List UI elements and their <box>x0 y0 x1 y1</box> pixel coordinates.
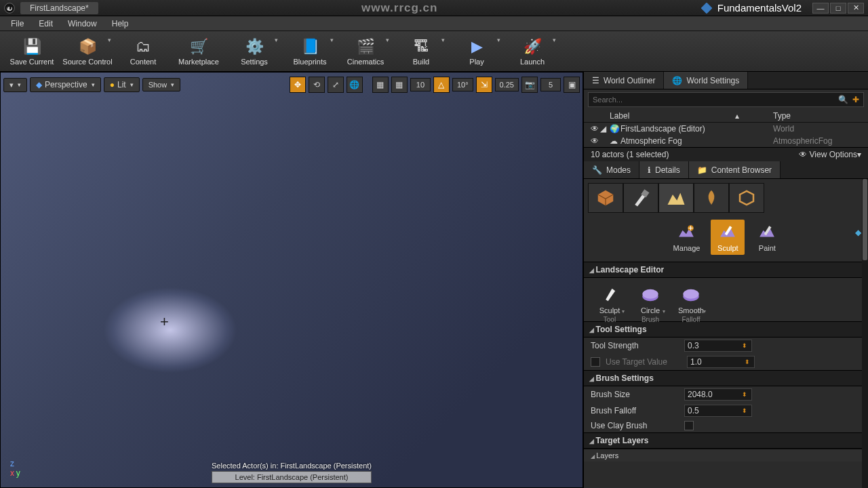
coord-space-button[interactable]: 🌐 <box>347 77 363 93</box>
unreal-logo-icon <box>4 3 15 14</box>
camera-speed-button[interactable]: 📷 <box>521 77 538 93</box>
use-target-label: Use Target Value <box>606 357 682 367</box>
world-icon: 🌍 <box>610 124 620 134</box>
brush-size-input[interactable]: 2048.0⬍ <box>684 388 752 401</box>
source-control-button[interactable]: 📦Source Control▾ <box>61 33 114 70</box>
tool-strength-input[interactable]: 0.3⬍ <box>684 340 752 352</box>
camera-speed-value[interactable]: 5 <box>540 78 561 92</box>
show-button[interactable]: Show <box>142 78 181 92</box>
gear-icon: ⚙️ <box>244 37 264 56</box>
viewport-maximize-button[interactable]: ▣ <box>564 77 580 93</box>
visibility-icon[interactable]: 👁 <box>591 136 600 146</box>
rotate-gizmo-button[interactable]: ⟲ <box>309 77 325 93</box>
use-target-checkbox[interactable] <box>591 357 600 367</box>
menu-window[interactable]: Window <box>61 18 104 30</box>
mode-landscape[interactable] <box>658 183 694 213</box>
menu-file[interactable]: File <box>4 18 31 30</box>
outliner-row-world[interactable]: 👁◢🌍 FirstLandscape (Editor)World <box>584 123 868 135</box>
scale-gizmo-button[interactable]: ⤢ <box>328 77 344 93</box>
window-minimize-button[interactable]: — <box>812 3 829 14</box>
column-label[interactable]: Label <box>610 111 735 121</box>
cinematics-button[interactable]: 🎬Cinematics▾ <box>339 33 392 70</box>
outliner-search-input[interactable] <box>593 96 838 104</box>
save-current-button[interactable]: 💾Save Current <box>5 33 58 70</box>
tab-content-browser[interactable]: 📁Content Browser <box>689 161 781 178</box>
section-landscape-editor[interactable]: Landscape Editor <box>584 262 868 278</box>
outliner-search[interactable]: 🔍 ✚ <box>588 92 864 107</box>
landscape-paint-button[interactable]: Paint <box>750 220 784 255</box>
fog-icon: ☁ <box>610 136 620 146</box>
brush-falloff-select[interactable]: SmoothFalloff▾ <box>676 285 706 314</box>
globe-icon: 🌐 <box>672 76 682 85</box>
tab-world-settings[interactable]: 🌐World Settings <box>664 72 748 89</box>
panel-scrollbar[interactable] <box>862 179 868 488</box>
section-target-layers[interactable]: Target Layers <box>584 432 868 449</box>
column-type[interactable]: Type <box>773 111 861 121</box>
add-new-icon[interactable]: ✚ <box>852 95 859 104</box>
build-button[interactable]: 🏗Build▾ <box>395 33 448 70</box>
settings-button[interactable]: ⚙️Settings▾ <box>228 33 281 70</box>
brush-falloff-input[interactable]: 0.5⬍ <box>684 405 752 417</box>
surface-snap-button[interactable]: ▦ <box>372 77 389 93</box>
blueprints-button[interactable]: 📘Blueprints▾ <box>283 33 336 70</box>
menu-help[interactable]: Help <box>105 18 136 30</box>
mode-place[interactable] <box>588 183 623 213</box>
section-tool-settings[interactable]: Tool Settings <box>584 321 868 338</box>
svg-rect-1 <box>701 3 712 14</box>
main-toolbar: 💾Save Current 📦Source Control▾ 🗂Content … <box>0 31 868 72</box>
viewmode-button[interactable]: ●Lit <box>104 77 140 92</box>
tab-modes[interactable]: 🔧Modes <box>584 161 639 178</box>
landscape-sculpt-button[interactable]: Sculpt <box>711 220 745 255</box>
axis-gizmo-icon: zx y <box>10 459 20 478</box>
source-control-icon: 📦 <box>77 37 98 56</box>
viewport-3d[interactable]: + ▾ ◆Perspective ●Lit Show ✥ ⟲ ⤢ 🌐 ▦ ▦ 1… <box>0 72 583 488</box>
svg-point-5 <box>642 289 658 299</box>
play-button[interactable]: ▶Play▾ <box>450 33 503 70</box>
launch-button[interactable]: 🚀Launch▾ <box>506 33 559 70</box>
translate-gizmo-button[interactable]: ✥ <box>290 77 306 93</box>
tab-world-outliner[interactable]: ☰World Outliner <box>584 72 664 89</box>
subsection-layers[interactable]: Layers <box>584 449 868 462</box>
outliner-row-fog[interactable]: 👁☁ Atmospheric FogAtmosphericFog <box>584 135 868 147</box>
current-level-label[interactable]: Level: FirstLandscape (Persistent) <box>212 471 372 483</box>
section-brush-settings[interactable]: Brush Settings <box>584 370 868 386</box>
grid-snap-value[interactable]: 10 <box>410 78 431 92</box>
viewport-options-button[interactable]: ▾ <box>3 78 27 92</box>
scale-snap-button[interactable]: ⇲ <box>476 77 492 93</box>
visibility-icon[interactable]: 👁 <box>591 124 600 134</box>
landscape-manage-button[interactable]: Manage <box>668 220 706 255</box>
content-icon: 🗂 <box>133 37 153 56</box>
details-icon: ℹ <box>648 165 651 175</box>
sculpt-cursor-icon: + <box>160 313 169 331</box>
grid-snap-button[interactable]: ▦ <box>391 77 408 93</box>
brush-falloff-label: Brush Falloff <box>591 406 679 415</box>
mode-geometry[interactable] <box>729 183 764 213</box>
mode-foliage[interactable] <box>694 183 729 213</box>
build-icon: 🏗 <box>411 37 431 56</box>
marketplace-button[interactable]: 🛒Marketplace <box>172 33 225 70</box>
content-button[interactable]: 🗂Content <box>117 33 170 70</box>
titlebar: FirstLandscape* www.rrcg.cn Fundamentals… <box>0 0 868 16</box>
view-options-button[interactable]: 👁 View Options▾ <box>799 150 861 159</box>
sculpt-tool-select[interactable]: SculptTool▾ <box>595 285 625 314</box>
mode-paint[interactable] <box>623 183 658 213</box>
expand-icon[interactable]: ◆ <box>855 228 861 237</box>
outliner-icon: ☰ <box>592 76 599 85</box>
target-value-input[interactable]: 1.0⬍ <box>687 356 755 368</box>
angle-snap-button[interactable]: △ <box>433 77 450 93</box>
modes-icon: 🔧 <box>592 165 602 175</box>
selected-actors-label: Selected Actor(s) in: FirstLandscape (Pe… <box>212 462 372 470</box>
perspective-button[interactable]: ◆Perspective <box>30 77 101 92</box>
document-tab[interactable]: FirstLandscape* <box>20 2 98 14</box>
brush-shape-select[interactable]: CircleBrush▾ <box>635 285 665 314</box>
angle-snap-value[interactable]: 10° <box>452 78 473 92</box>
scale-snap-value[interactable]: 0.25 <box>495 78 519 92</box>
window-maximize-button[interactable]: □ <box>830 3 846 14</box>
marketplace-icon: 🛒 <box>189 37 209 56</box>
tab-details[interactable]: ℹDetails <box>639 161 689 178</box>
menu-edit[interactable]: Edit <box>32 18 60 30</box>
use-clay-brush-checkbox[interactable] <box>684 421 694 430</box>
tool-strength-label: Tool Strength <box>591 341 679 350</box>
window-close-button[interactable]: ✕ <box>848 3 864 14</box>
project-name: FundamentalsVol2 <box>717 2 802 14</box>
